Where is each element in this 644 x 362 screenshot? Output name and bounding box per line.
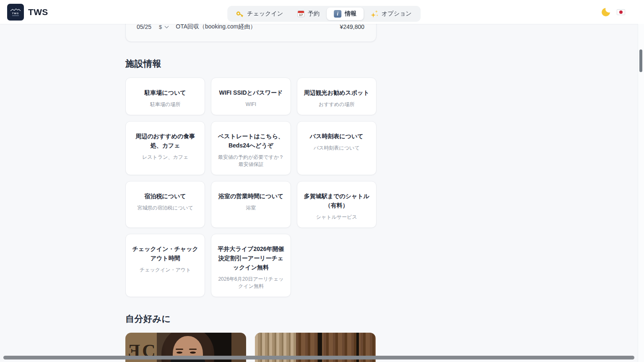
calendar-icon: 17 bbox=[297, 10, 304, 17]
info-card-subtitle: WIFI bbox=[216, 101, 285, 108]
main-nav: チェックイン 17 予約 i 情報 オプション bbox=[227, 6, 421, 22]
info-card[interactable]: 宿泊税について宮城県の宿泊税について bbox=[125, 181, 205, 228]
roofline-icon bbox=[10, 8, 21, 12]
brand[interactable]: TWS TWS bbox=[7, 4, 48, 21]
nav-label: 予約 bbox=[308, 10, 319, 18]
info-card-title: 周辺観光お勧めスポット bbox=[302, 88, 371, 97]
info-card-subtitle: シャトルサービス bbox=[302, 214, 371, 221]
info-card-subtitle: チェックイン・アウト bbox=[131, 266, 200, 274]
info-card[interactable]: 駐車場について駐車場の場所 bbox=[125, 78, 205, 115]
info-card-title: チェックイン・チャックアウト時間 bbox=[131, 244, 200, 263]
personalize-section-title: 自分好みに bbox=[125, 313, 377, 325]
info-card-subtitle: 最安値の予約が必要ですか？最安値保証 bbox=[216, 154, 285, 168]
chevron-down-icon[interactable] bbox=[165, 24, 169, 28]
info-card-subtitle: 宮城県の宿泊税について bbox=[131, 204, 200, 212]
info-card[interactable]: 平井大ライブ2026年開催決定割引ーアーリーチェックイン無料2026年6月20日… bbox=[211, 234, 291, 297]
dark-mode-toggle-moon-icon[interactable] bbox=[602, 8, 610, 16]
info-card[interactable]: 周辺のおすすめの食事処、カフェレストラン、カフェ bbox=[125, 121, 205, 175]
transaction-row: 05/25 $ OTA回収（booking.com経由） ¥249,800 bbox=[137, 23, 364, 31]
header-actions bbox=[602, 0, 625, 24]
nav-tab-options[interactable]: オプション bbox=[364, 8, 419, 20]
facility-cards: 駐車場について駐車場の場所WIFI SSIDとパスワードWIFI周辺観光お勧めス… bbox=[125, 78, 377, 297]
info-card[interactable]: WIFI SSIDとパスワードWIFI bbox=[211, 78, 291, 115]
info-card-subtitle: バス時刻表について bbox=[302, 145, 371, 152]
main-content: 05/25 $ OTA回収（booking.com経由） ¥249,800 施設… bbox=[125, 0, 377, 362]
info-icon: i bbox=[334, 10, 341, 18]
vertical-scrollbar-track[interactable] bbox=[638, 24, 644, 362]
info-card-title: 多賀城駅までのシャトル（有料） bbox=[302, 191, 371, 210]
info-card-title: 駐車場について bbox=[131, 88, 200, 97]
info-card[interactable]: ベストレートはこちら、Beds24へどうぞ最安値の予約が必要ですか？最安値保証 bbox=[211, 121, 291, 175]
facility-section-title: 施設情報 bbox=[125, 58, 377, 70]
info-card-title: 宿泊税について bbox=[131, 191, 200, 201]
logo-text: TWS bbox=[12, 12, 19, 15]
top-header: TWS TWS チェックイン 17 予約 i 情報 bbox=[0, 0, 644, 24]
language-japan-flag-icon[interactable] bbox=[617, 9, 625, 15]
info-card-subtitle: 浴室 bbox=[216, 204, 285, 212]
key-icon bbox=[236, 10, 244, 18]
transaction-description: OTA回収（booking.com経由） bbox=[176, 23, 256, 31]
info-card-subtitle: レストラン、カフェ bbox=[131, 154, 200, 161]
transaction-date: 05/25 bbox=[137, 23, 151, 30]
vertical-scrollbar-thumb[interactable] bbox=[639, 49, 642, 72]
info-card-title: WIFI SSIDとパスワード bbox=[216, 88, 285, 97]
info-card-title: 周辺のおすすめの食事処、カフェ bbox=[131, 132, 200, 150]
info-card[interactable]: バス時刻表についてバス時刻表について bbox=[297, 121, 377, 175]
tws-logo-icon: TWS bbox=[7, 4, 24, 21]
info-card-title: ベストレートはこちら、Beds24へどうぞ bbox=[216, 132, 285, 150]
sparkles-icon bbox=[371, 10, 378, 18]
info-card-title: 浴室の営業時間について bbox=[216, 191, 285, 201]
info-card-title: 平井大ライブ2026年開催決定割引ーアーリーチェックイン無料 bbox=[216, 244, 285, 272]
nav-tab-checkin[interactable]: チェックイン bbox=[229, 8, 290, 20]
nav-tab-info[interactable]: i 情報 bbox=[327, 8, 364, 20]
logo-underline bbox=[12, 16, 19, 16]
info-card-subtitle: 2026年6月20日アーリチェックイン無料 bbox=[216, 276, 285, 290]
info-card-subtitle: 駐車場の場所 bbox=[131, 101, 200, 108]
info-card-title: バス時刻表について bbox=[302, 132, 371, 141]
transaction-amount: ¥249,800 bbox=[340, 23, 364, 30]
horizontal-scrollbar-thumb[interactable] bbox=[3, 356, 634, 359]
info-card[interactable]: チェックイン・チャックアウト時間チェックイン・アウト bbox=[125, 234, 205, 297]
nav-label: チェックイン bbox=[247, 10, 283, 18]
nav-label: 情報 bbox=[345, 10, 356, 18]
nav-tab-reservation[interactable]: 17 予約 bbox=[290, 8, 327, 20]
transaction-currency: $ bbox=[159, 24, 162, 30]
brand-name: TWS bbox=[28, 7, 48, 17]
info-card[interactable]: 周辺観光お勧めスポットおすすめの場所 bbox=[297, 78, 377, 115]
info-card[interactable]: 浴室の営業時間について浴室 bbox=[211, 181, 291, 228]
calendar-icon-day: 17 bbox=[298, 13, 304, 17]
info-card[interactable]: 多賀城駅までのシャトル（有料）シャトルサービス bbox=[297, 181, 377, 228]
nav-label: オプション bbox=[382, 10, 412, 18]
info-card-subtitle: おすすめの場所 bbox=[302, 101, 371, 108]
